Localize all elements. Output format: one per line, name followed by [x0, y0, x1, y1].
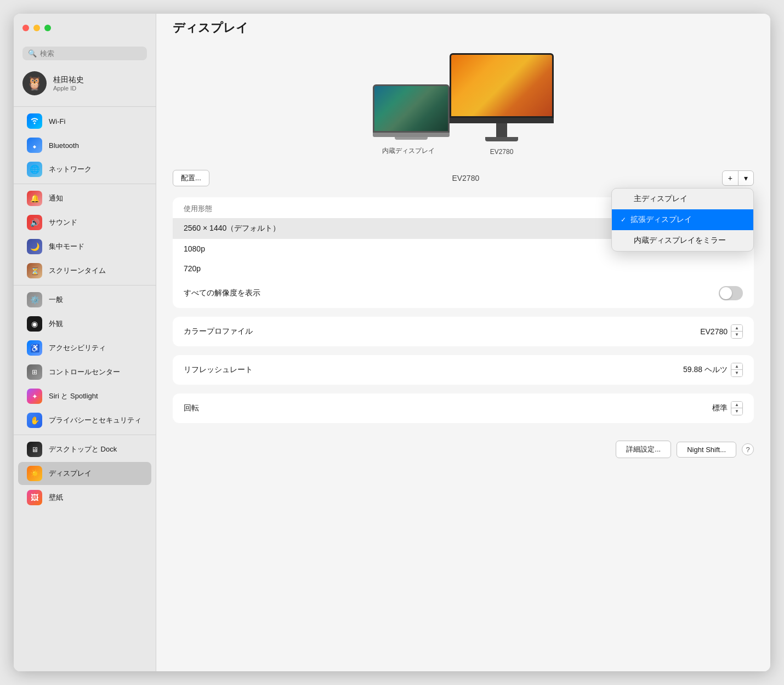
titlebar: [14, 14, 156, 42]
rotation-section: 回転 標準 ▲ ▼: [173, 393, 754, 423]
builtin-display-label: 内蔵ディスプレイ: [382, 146, 435, 156]
search-bar[interactable]: 🔍: [22, 47, 147, 60]
builtin-display-item[interactable]: 内蔵ディスプレイ: [370, 84, 447, 156]
search-input[interactable]: [40, 49, 141, 58]
stepper-down[interactable]: ▼: [731, 332, 742, 338]
sidebar-item-bluetooth[interactable]: Bluetooth: [18, 134, 151, 157]
sidebar-item-label-screentime: スクリーンタイム: [49, 266, 106, 276]
refresh-rate-section: リフレッシュレート 59.88 ヘルツ ▲ ▼: [173, 355, 754, 385]
sidebar-item-accessibility[interactable]: ♿ アクセシビリティ: [18, 336, 151, 359]
maximize-button[interactable]: [44, 25, 51, 31]
dropdown-item-extended[interactable]: ✓ 拡張ディスプレイ: [612, 209, 753, 230]
sidebar-item-label-notification: 通知: [49, 193, 63, 203]
macbook-base: [373, 133, 450, 137]
ev-display-label: EV2780: [490, 148, 514, 156]
top-controls: 配置... EV2780 + ▾: [173, 170, 754, 186]
user-subtitle: Apple ID: [53, 85, 84, 92]
show-all-resolutions-label: すべての解像度を表示: [184, 288, 719, 298]
divider3: [14, 285, 156, 286]
arrange-button[interactable]: 配置...: [173, 170, 209, 186]
rotation-row: 回転 標準 ▲ ▼: [173, 393, 754, 423]
rotation-label: 回転: [184, 403, 712, 413]
system-preferences-window: 🔍 🦉 桂田祐史 Apple ID Wi-Fi Bluetooth: [14, 14, 770, 671]
sidebar-item-network[interactable]: 🌐 ネットワーク: [18, 158, 151, 181]
refresh-rate-value-container: 59.88 ヘルツ ▲ ▼: [683, 363, 743, 377]
sound-icon: 🔊: [27, 215, 42, 230]
macbook-foot: [395, 137, 428, 140]
refresh-rate-label: リフレッシュレート: [184, 365, 683, 375]
refresh-rate-row: リフレッシュレート 59.88 ヘルツ ▲ ▼: [173, 355, 754, 385]
divider4: [14, 435, 156, 435]
sidebar-item-screentime[interactable]: ⏳ スクリーンタイム: [18, 259, 151, 282]
main-content: ディスプレイ 内蔵ディスプレイ: [156, 14, 770, 671]
display-icon: ☀️: [27, 466, 42, 481]
sidebar-item-label-display: ディスプレイ: [49, 469, 92, 478]
ev-display-item[interactable]: EV2780: [447, 53, 556, 156]
sidebar-item-control[interactable]: ⊞ コントロールセンター: [18, 361, 151, 384]
rotation-value: 標準: [712, 403, 728, 413]
avatar-emoji: 🦉: [26, 76, 43, 91]
stepper-down-refresh[interactable]: ▼: [731, 370, 742, 376]
detail-settings-button[interactable]: 詳細設定...: [616, 441, 671, 458]
add-display-button[interactable]: +: [723, 171, 738, 185]
appearance-icon: ◉: [27, 316, 42, 332]
sidebar-item-label-privacy: プライバシーとセキュリティ: [49, 415, 141, 425]
night-shift-button[interactable]: Night Shift...: [677, 442, 736, 458]
main-titlebar: ディスプレイ: [156, 14, 770, 42]
macbook-monitor: [370, 84, 452, 140]
add-display-group: + ▾: [722, 170, 754, 186]
check-extended: ✓: [621, 216, 626, 224]
sidebar-item-label-general: 一般: [49, 295, 63, 305]
stepper-down-rotation[interactable]: ▼: [731, 408, 742, 415]
sidebar-item-appearance[interactable]: ◉ 外観: [18, 312, 151, 335]
sidebar-item-sound[interactable]: 🔊 サウンド: [18, 211, 151, 234]
privacy-icon: ✋: [27, 413, 42, 428]
accessibility-icon: ♿: [27, 340, 42, 356]
sidebar-item-wallpaper[interactable]: 🖼 壁紙: [18, 486, 151, 509]
minimize-button[interactable]: [33, 25, 40, 31]
sidebar-item-label-wifi: Wi-Fi: [49, 117, 65, 125]
dropdown-item-mirror[interactable]: 内蔵ディスプレイをミラー: [612, 230, 753, 251]
notification-icon: 🔔: [27, 191, 42, 206]
sidebar-item-notification[interactable]: 🔔 通知: [18, 187, 151, 210]
refresh-rate-stepper[interactable]: ▲ ▼: [731, 363, 743, 377]
ev-base: [450, 118, 554, 123]
control-icon: ⊞: [27, 364, 42, 380]
color-profile-stepper[interactable]: ▲ ▼: [731, 324, 743, 339]
bottom-buttons: 詳細設定... Night Shift... ?: [173, 432, 754, 458]
show-all-toggle[interactable]: [719, 286, 743, 300]
macbook-screen: [373, 84, 450, 133]
sidebar-item-desktop[interactable]: 🖥 デスクトップと Dock: [18, 438, 151, 461]
close-button[interactable]: [22, 25, 29, 31]
dropdown-menu: 主ディスプレイ ✓ 拡張ディスプレイ 内蔵ディスプレイをミラー: [611, 188, 754, 252]
color-profile-value: EV2780: [700, 327, 728, 336]
dropdown-label-extended: 拡張ディスプレイ: [630, 215, 692, 225]
display-dropdown-button[interactable]: ▾: [738, 171, 753, 185]
sidebar-item-wifi[interactable]: Wi-Fi: [18, 110, 151, 133]
sidebar-item-display[interactable]: ☀️ ディスプレイ: [18, 462, 151, 485]
sidebar-item-label-accessibility: アクセシビリティ: [49, 343, 106, 353]
ev-stand: [496, 123, 507, 137]
sidebar-item-focus[interactable]: 🌙 集中モード: [18, 235, 151, 258]
sidebar-item-general[interactable]: ⚙️ 一般: [18, 288, 151, 311]
user-section[interactable]: 🦉 桂田祐史 Apple ID: [14, 67, 156, 104]
display-preview: 内蔵ディスプレイ EV2780: [173, 42, 754, 161]
wifi-icon: [27, 113, 42, 129]
sidebar-item-privacy[interactable]: ✋ プライバシーとセキュリティ: [18, 409, 151, 432]
resolution-item-2[interactable]: 720p: [173, 259, 754, 278]
dropdown-item-primary[interactable]: 主ディスプレイ: [612, 189, 753, 209]
sidebar-item-siri[interactable]: ✦ Siri と Spotlight: [18, 385, 151, 408]
display-name-header: EV2780: [452, 174, 479, 182]
stepper-up[interactable]: ▲: [731, 325, 742, 332]
stepper-up-rotation[interactable]: ▲: [731, 402, 742, 408]
sidebar-item-label-wallpaper: 壁紙: [49, 493, 63, 503]
desktop-icon: 🖥: [27, 442, 42, 457]
stepper-up-refresh[interactable]: ▲: [731, 363, 742, 370]
rotation-stepper[interactable]: ▲ ▼: [731, 401, 743, 415]
color-profile-value-container: EV2780 ▲ ▼: [700, 324, 743, 339]
help-button[interactable]: ?: [742, 443, 754, 455]
sidebar-item-label-control: コントロールセンター: [49, 367, 120, 377]
sidebar-divider: [14, 106, 156, 107]
sidebar-item-label-desktop: デスクトップと Dock: [49, 444, 117, 454]
main-body: 内蔵ディスプレイ EV2780 配置... EV2780: [156, 42, 770, 671]
